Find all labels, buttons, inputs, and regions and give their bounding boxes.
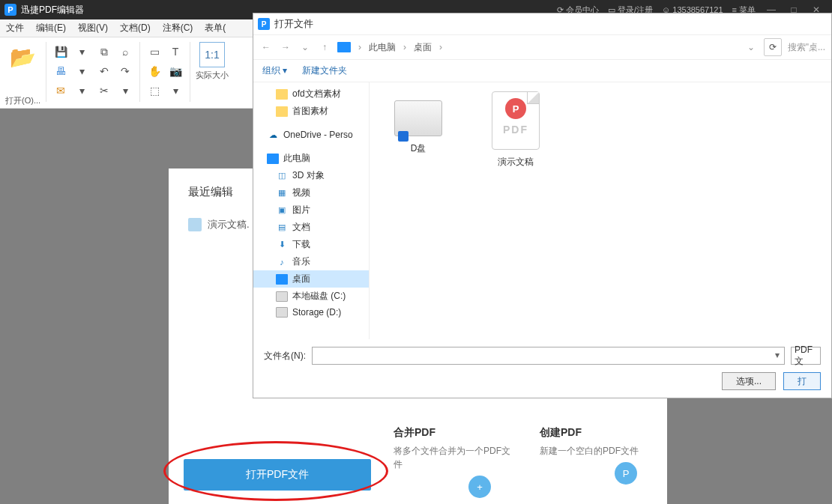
menu-comment[interactable]: 注释(C) <box>157 22 199 34</box>
zoom-label: 实际大小 <box>196 70 229 81</box>
chevron-right-icon: › <box>439 42 442 52</box>
breadcrumb[interactable]: › 此电脑 › 桌面 › <box>337 41 738 54</box>
refresh-button[interactable]: ⟳ <box>764 38 782 56</box>
stamp-icon[interactable]: ▾ <box>166 82 184 99</box>
dialog-nav: ← → ⌄ ↑ › 此电脑 › 桌面 › ⌄ ⟳ 搜索"桌... <box>253 34 831 60</box>
folder-icon <box>276 89 288 100</box>
chevron-right-icon: › <box>358 42 361 52</box>
menu-edit[interactable]: 编辑(E) <box>30 22 72 34</box>
tree-thispc[interactable]: 此电脑 <box>253 150 369 167</box>
tree-ofd[interactable]: ofd文档素材 <box>253 85 369 103</box>
tree-shoutu[interactable]: 首图素材 <box>253 103 369 120</box>
dialog-bottom: 文件名(N): PDF 文 选项... 打 <box>253 339 831 398</box>
save-icon[interactable]: 💾 <box>52 43 70 60</box>
tree-doc[interactable]: ▤文档 <box>253 219 369 236</box>
open-tool[interactable]: 📂 打开(O)... <box>5 42 40 106</box>
tool-stack-2: ⧉ ⌕ ↶ ↷ ✂ ▾ <box>95 42 134 100</box>
folder-icon <box>276 106 288 117</box>
separator <box>46 42 46 102</box>
tree-desktop[interactable]: 桌面 <box>253 270 369 288</box>
clip-icon[interactable]: ▾ <box>116 82 134 99</box>
new-folder-button[interactable]: 新建文件夹 <box>302 64 347 77</box>
nav-fwd-icon[interactable]: → <box>279 42 292 52</box>
create-card[interactable]: 创建PDF 新建一个空白的PDF文件 P <box>540 426 663 498</box>
undo-icon[interactable]: ↶ <box>95 63 113 79</box>
open-file-dialog: P 打开文件 ← → ⌄ ↑ › 此电脑 › 桌面 › ⌄ ⟳ 搜索"桌... … <box>253 13 832 398</box>
file-list[interactable]: D盘 P PDF 演示文稿 <box>370 82 831 339</box>
recent-file-name: 演示文稿. <box>208 218 250 231</box>
zoom-tool[interactable]: 1:1 实际大小 <box>196 42 229 81</box>
pointer-icon[interactable]: ▭ <box>145 43 163 60</box>
drive-icon <box>276 307 288 318</box>
create-desc: 新建一个空白的PDF文件 <box>540 444 663 458</box>
file-icon <box>188 218 202 231</box>
mail-icon[interactable]: ✉ <box>52 82 70 99</box>
mail-dd-icon[interactable]: ▾ <box>73 82 91 99</box>
crumb-dropdown-icon[interactable]: ⌄ <box>744 42 758 52</box>
print-icon[interactable]: 🖶 <box>52 63 70 79</box>
tree-cdrive[interactable]: 本地磁盘 (C:) <box>253 288 369 305</box>
crumb-desktop[interactable]: 桌面 <box>414 41 432 54</box>
menu-view[interactable]: 视图(V) <box>72 22 114 34</box>
pdf-text-icon: PDF <box>503 124 528 136</box>
select-icon[interactable]: ⬚ <box>145 82 163 99</box>
scan-icon[interactable]: ⌕ <box>116 43 134 60</box>
redo-icon[interactable]: ↷ <box>116 63 134 79</box>
page-corner-icon <box>527 92 539 104</box>
zoom-11-icon: 1:1 <box>199 42 225 67</box>
tree-video[interactable]: ▦视频 <box>253 184 369 201</box>
tool-stack-3: ▭ T ✋ 📷 ⬚ ▾ <box>145 42 184 100</box>
onedrive-icon: ☁ <box>267 130 279 140</box>
options-button[interactable]: 选项... <box>722 372 776 390</box>
nav-recent-icon[interactable]: ⌄ <box>298 42 312 52</box>
menu-form[interactable]: 表单( <box>199 22 232 34</box>
documents-icon: ▤ <box>276 222 288 233</box>
file-item-ddisk[interactable]: D盘 <box>385 91 452 155</box>
nav-back-icon[interactable]: ← <box>259 42 273 52</box>
nav-up-icon[interactable]: ↑ <box>318 42 331 52</box>
text-icon[interactable]: T <box>166 43 184 60</box>
app-title: 迅捷PDF编辑器 <box>21 4 84 16</box>
organize-menu[interactable]: 组织 ▾ <box>262 64 287 77</box>
merge-title: 合并PDF <box>394 426 517 440</box>
drive-icon <box>276 291 288 302</box>
folder-tree: ofd文档素材 首图素材 ☁OneDrive - Perso 此电脑 ◫3D 对… <box>253 82 370 339</box>
tree-ddrive[interactable]: Storage (D:) <box>253 305 369 320</box>
cut-icon[interactable]: ✂ <box>95 82 113 99</box>
print-dd-icon[interactable]: ▾ <box>73 63 91 79</box>
file-item-demo-pdf[interactable]: P PDF 演示文稿 <box>482 91 549 168</box>
file-name: 演示文稿 <box>498 156 534 168</box>
file-name: D盘 <box>411 142 426 155</box>
pc-icon <box>337 42 351 52</box>
tree-download[interactable]: ⬇下载 <box>253 236 369 253</box>
desktop-icon <box>276 274 288 285</box>
obj3d-icon: ◫ <box>276 171 288 181</box>
pdf-file-icon: P PDF <box>492 91 540 150</box>
dialog-title: 打开文件 <box>274 17 313 31</box>
crumb-thispc[interactable]: 此电脑 <box>369 41 396 54</box>
merge-btn-icon[interactable]: + <box>468 476 491 498</box>
folder-open-icon: 📂 <box>8 42 38 72</box>
tree-music[interactable]: ♪音乐 <box>253 253 369 270</box>
create-btn-icon[interactable]: P <box>615 462 637 485</box>
merge-card[interactable]: 合并PDF 将多个文件合并为一个PDF文件 + <box>394 426 517 498</box>
open-confirm-button[interactable]: 打 <box>783 372 821 390</box>
open-pdf-button[interactable]: 打开PDF文件 <box>184 459 371 491</box>
separator <box>190 42 190 102</box>
downloads-icon: ⬇ <box>276 240 288 250</box>
filename-input[interactable] <box>312 347 785 365</box>
video-icon: ▦ <box>276 188 288 198</box>
menu-file[interactable]: 文件 <box>0 22 30 34</box>
tree-pic[interactable]: ▣图片 <box>253 201 369 219</box>
tree-3d[interactable]: ◫3D 对象 <box>253 167 369 184</box>
hand-icon[interactable]: ✋ <box>145 63 163 79</box>
tree-onedrive[interactable]: ☁OneDrive - Perso <box>253 127 369 142</box>
filename-label: 文件名(N): <box>264 350 306 362</box>
menu-doc[interactable]: 文档(D) <box>114 22 157 34</box>
saveas-icon[interactable]: ▾ <box>73 43 91 60</box>
chevron-right-icon: › <box>403 42 406 52</box>
filetype-filter[interactable]: PDF 文 <box>791 347 821 365</box>
copy-icon[interactable]: ⧉ <box>95 43 113 60</box>
snapshot-icon[interactable]: 📷 <box>166 63 184 79</box>
search-input[interactable]: 搜索"桌... <box>788 41 825 54</box>
